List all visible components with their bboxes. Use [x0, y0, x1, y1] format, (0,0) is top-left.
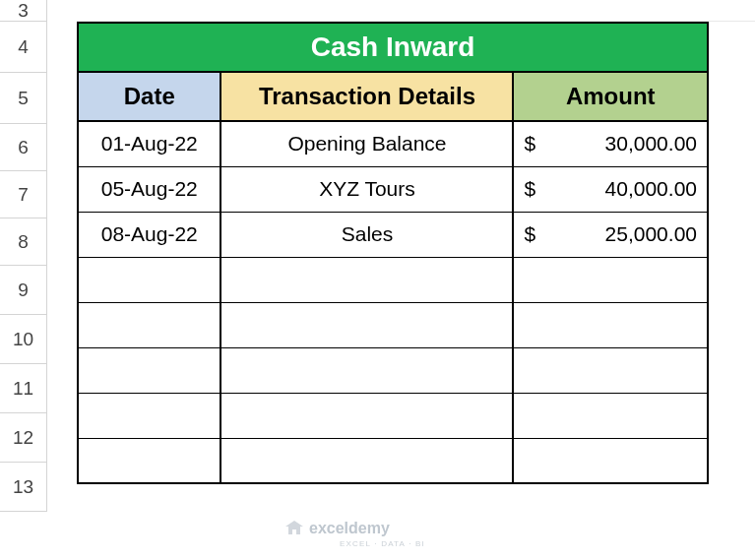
cell-details[interactable]: Opening Balance — [220, 121, 513, 166]
table-row: 01-Aug-22 Opening Balance $30,000.00 — [78, 121, 708, 166]
row-header[interactable]: 3 — [0, 0, 47, 22]
row-header[interactable]: 11 — [0, 364, 47, 413]
cell-amount[interactable] — [513, 257, 708, 302]
row-header[interactable]: 4 — [0, 22, 47, 73]
cell-details[interactable]: Sales — [220, 212, 513, 257]
grid-area: Cash Inward Date Transaction Details Amo… — [47, 0, 755, 512]
empty-row — [77, 0, 755, 22]
col-header-details[interactable]: Transaction Details — [220, 72, 513, 121]
table-row — [78, 257, 708, 302]
table-title-row: Cash Inward — [78, 23, 708, 72]
watermark-text: exceldemy — [309, 520, 390, 537]
table-row — [78, 438, 708, 483]
cell-amount[interactable]: $40,000.00 — [513, 166, 708, 212]
cell-details[interactable] — [220, 302, 513, 347]
cell-amount[interactable] — [513, 438, 708, 483]
row-header[interactable]: 8 — [0, 218, 47, 266]
cell-amount[interactable]: $25,000.00 — [513, 212, 708, 257]
spreadsheet: 3 4 5 6 7 8 9 10 11 12 13 Cash Inward Da… — [0, 0, 755, 512]
row-header[interactable]: 10 — [0, 315, 47, 364]
column-header-row: Date Transaction Details Amount — [78, 72, 708, 121]
watermark: exceldemy — [285, 520, 390, 537]
row-header[interactable]: 12 — [0, 413, 47, 463]
cell-date[interactable]: 01-Aug-22 — [78, 121, 220, 166]
row-header[interactable]: 7 — [0, 171, 47, 218]
cell-amount[interactable]: $30,000.00 — [513, 121, 708, 166]
cell-date[interactable] — [78, 302, 220, 347]
amount-value: 40,000.00 — [605, 177, 697, 201]
cell-date[interactable]: 08-Aug-22 — [78, 212, 220, 257]
cell-amount[interactable] — [513, 302, 708, 347]
row-header[interactable]: 5 — [0, 73, 47, 124]
row-header[interactable]: 6 — [0, 124, 47, 171]
watermark-icon — [285, 521, 303, 536]
amount-value: 25,000.00 — [605, 222, 697, 246]
cell-details[interactable] — [220, 257, 513, 302]
cell-date[interactable] — [78, 393, 220, 438]
col-header-date[interactable]: Date — [78, 72, 220, 121]
cell-date[interactable] — [78, 438, 220, 483]
row-header-gutter: 3 4 5 6 7 8 9 10 11 12 13 — [0, 0, 47, 512]
table-row — [78, 302, 708, 347]
col-header-amount[interactable]: Amount — [513, 72, 708, 121]
cell-details[interactable] — [220, 438, 513, 483]
table-title[interactable]: Cash Inward — [78, 23, 708, 72]
cell-details[interactable] — [220, 347, 513, 393]
currency-symbol: $ — [524, 132, 535, 156]
cash-inward-table: Cash Inward Date Transaction Details Amo… — [77, 22, 709, 484]
cell-amount[interactable] — [513, 393, 708, 438]
cell-amount[interactable] — [513, 347, 708, 393]
table-row — [78, 393, 708, 438]
watermark-subtext: EXCEL · DATA · BI — [340, 539, 425, 548]
table-row: 05-Aug-22 XYZ Tours $40,000.00 — [78, 166, 708, 212]
cell-details[interactable] — [220, 393, 513, 438]
cell-details[interactable]: XYZ Tours — [220, 166, 513, 212]
row-header[interactable]: 9 — [0, 266, 47, 315]
cell-date[interactable]: 05-Aug-22 — [78, 166, 220, 212]
table-row — [78, 347, 708, 393]
table-row: 08-Aug-22 Sales $25,000.00 — [78, 212, 708, 257]
currency-symbol: $ — [524, 177, 535, 201]
currency-symbol: $ — [524, 222, 535, 246]
amount-value: 30,000.00 — [605, 132, 697, 156]
cell-date[interactable] — [78, 257, 220, 302]
cell-date[interactable] — [78, 347, 220, 393]
row-header[interactable]: 13 — [0, 463, 47, 512]
